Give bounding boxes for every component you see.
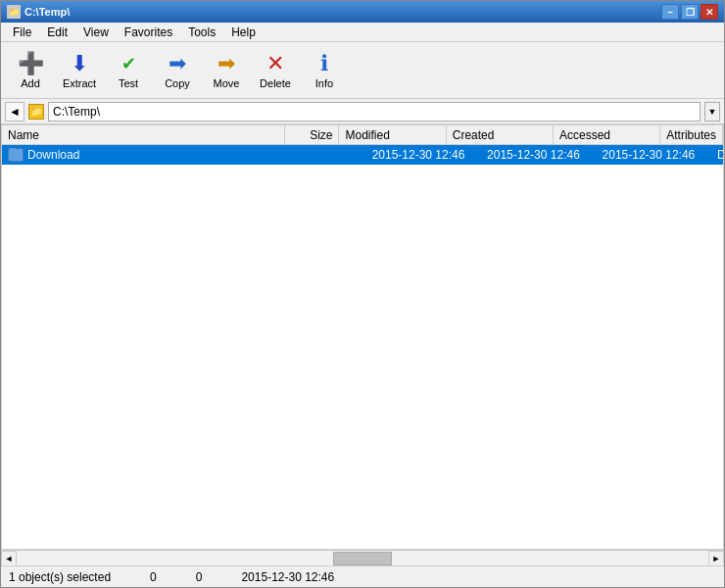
menu-bar: File Edit View Favorites Tools Help (1, 23, 724, 42)
move-label: Move (214, 77, 240, 89)
info-icon: ℹ (313, 52, 336, 75)
test-label: Test (119, 77, 138, 89)
column-created[interactable]: Created (447, 125, 554, 144)
delete-icon: ✕ (264, 52, 287, 75)
main-window: 📁 C:\Temp\ – ❐ ✕ File Edit View Favorite… (0, 0, 725, 588)
add-label: Add (21, 77, 40, 89)
extract-button[interactable]: ⬇ Extract (58, 46, 101, 95)
file-created-cell: 2015-12-30 12:46 (481, 148, 596, 162)
delete-button[interactable]: ✕ Delete (254, 46, 297, 95)
menu-view[interactable]: View (75, 24, 117, 41)
title-controls: – ❐ ✕ (661, 4, 718, 20)
address-input[interactable] (48, 102, 701, 122)
info-label: Info (315, 77, 333, 89)
scroll-left-button[interactable]: ◄ (1, 551, 17, 566)
toolbar: ➕ Add ⬇ Extract ✔ Test ➡ Copy ➡ Move ✕ D… (1, 42, 724, 99)
extract-label: Extract (63, 77, 96, 89)
copy-label: Copy (165, 77, 190, 89)
title-bar-text: 📁 C:\Temp\ (7, 5, 70, 19)
scrollbar-thumb[interactable] (333, 552, 392, 565)
address-bar: ◄ 📁 ▼ (1, 99, 724, 124)
file-name: Download (27, 148, 79, 162)
menu-favorites[interactable]: Favorites (117, 24, 180, 41)
status-timestamp: 2015-12-30 12:46 (241, 570, 334, 584)
extract-icon: ⬇ (68, 52, 91, 75)
status-size1: 0 (150, 570, 157, 584)
file-list-body: Download 2015-12-30 12:46 2015-12-30 12:… (2, 145, 723, 549)
close-button[interactable]: ✕ (701, 4, 718, 20)
scrollbar-track[interactable] (17, 551, 708, 565)
window-icon: 📁 (7, 5, 21, 19)
folder-nav-icon: 📁 (28, 104, 44, 120)
test-button[interactable]: ✔ Test (107, 46, 150, 95)
status-size2: 0 (196, 570, 203, 584)
title-bar: 📁 C:\Temp\ – ❐ ✕ (1, 1, 724, 23)
menu-tools[interactable]: Tools (180, 24, 223, 41)
window-title: C:\Temp\ (24, 6, 70, 18)
folder-icon (8, 148, 24, 162)
table-row[interactable]: Download 2015-12-30 12:46 2015-12-30 12:… (2, 145, 723, 165)
restore-button[interactable]: ❐ (681, 4, 699, 20)
file-list-container: Name Size Modified Created Accessed Attr… (1, 124, 724, 550)
horizontal-scrollbar[interactable]: ◄ ► (1, 550, 724, 565)
column-attributes[interactable]: Attributes (660, 125, 723, 144)
back-button[interactable]: ◄ (5, 102, 24, 122)
file-attributes-cell: D (711, 148, 723, 162)
scroll-right-button[interactable]: ► (708, 551, 724, 566)
copy-button[interactable]: ➡ Copy (156, 46, 199, 95)
menu-edit[interactable]: Edit (39, 24, 75, 41)
test-icon: ✔ (117, 52, 140, 75)
add-icon: ➕ (19, 52, 42, 75)
objects-selected-label: 1 object(s) selected (9, 570, 111, 584)
column-modified[interactable]: Modified (339, 125, 446, 144)
menu-file[interactable]: File (5, 24, 39, 41)
column-name[interactable]: Name (2, 125, 285, 144)
file-name-cell: Download (2, 148, 309, 162)
file-accessed-cell: 2015-12-30 12:46 (597, 148, 711, 162)
delete-label: Delete (260, 77, 291, 89)
status-bar: 1 object(s) selected 0 0 2015-12-30 12:4… (1, 565, 724, 587)
column-size[interactable]: Size (285, 125, 339, 144)
move-button[interactable]: ➡ Move (205, 46, 248, 95)
menu-help[interactable]: Help (223, 24, 264, 41)
column-accessed[interactable]: Accessed (554, 125, 660, 144)
copy-icon: ➡ (166, 52, 189, 75)
file-modified-cell: 2015-12-30 12:46 (366, 148, 481, 162)
add-button[interactable]: ➕ Add (9, 46, 52, 95)
minimize-button[interactable]: – (661, 4, 679, 20)
file-list-header: Name Size Modified Created Accessed Attr… (2, 125, 723, 145)
address-dropdown[interactable]: ▼ (704, 102, 720, 122)
info-button[interactable]: ℹ Info (303, 46, 346, 95)
move-icon: ➡ (215, 52, 238, 75)
